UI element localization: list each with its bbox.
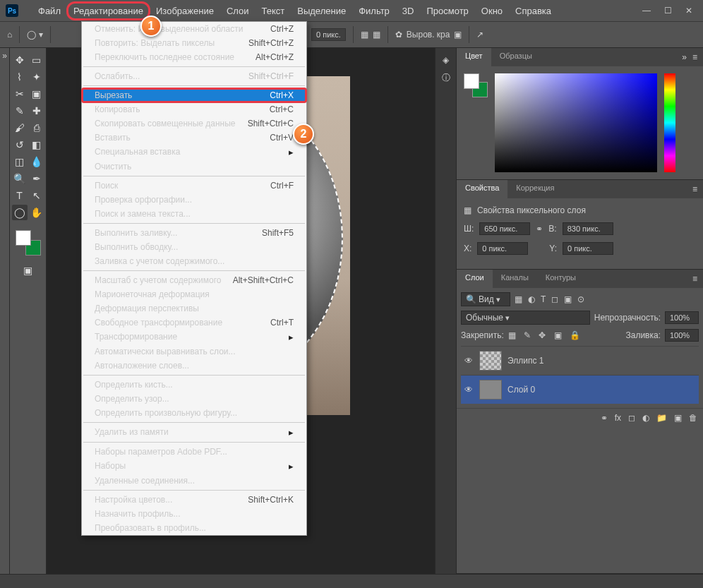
fill-field[interactable]: 100% [665,329,699,342]
visibility-icon[interactable]: 👁 [464,356,474,366]
path-tool-icon[interactable]: ↖ [29,188,44,203]
menu-help[interactable]: Справка [510,3,557,19]
tool-preset-icon[interactable]: ◯ ▾ [27,30,42,40]
menu-item[interactable]: Выполнить обводку... [82,240,306,254]
tab-paths[interactable]: Контуры [537,270,584,288]
group-icon[interactable]: 📁 [656,413,667,423]
height-input[interactable]: 0 пикс. [311,28,346,41]
menu-view[interactable]: Просмотр [421,3,474,19]
width-field[interactable]: 650 пикс. [479,222,530,235]
menu-item[interactable]: Определить кисть... [82,378,306,392]
eyedropper-tool-icon[interactable]: ✎ [12,103,28,119]
left-collapse-strip[interactable]: » [0,48,10,574]
menu-item[interactable]: Назначить профиль... [82,507,306,521]
new-layer-icon[interactable]: ▣ [674,413,682,423]
fg-color-swatch[interactable] [16,230,31,246]
history-brush-icon[interactable]: ↺ [12,137,28,152]
align-label[interactable]: Выров. кра [407,30,450,40]
menu-item[interactable]: Удалить из памяти [82,425,306,440]
menu-edit[interactable]: Редактирование [68,3,149,19]
tab-layers[interactable]: Слои [457,270,493,288]
blur-tool-icon[interactable]: 💧 [29,154,44,169]
move-tool-icon[interactable]: ✥ [12,52,28,68]
info-panel-icon[interactable]: ⓘ [442,72,450,84]
menu-item[interactable]: ВставитьCtrl+V [82,131,306,145]
menu-item[interactable]: КопироватьCtrl+C [82,102,306,116]
mode-icon-2[interactable]: ▦ [373,30,380,40]
menu-window[interactable]: Окно [476,3,508,19]
dodge-tool-icon[interactable]: 🔍 [12,171,28,186]
height-field[interactable]: 830 пикс. [563,222,613,235]
panel-collapse-icon[interactable]: » [682,52,687,62]
heal-tool-icon[interactable]: ✚ [29,103,44,119]
close-icon[interactable]: ✕ [685,6,693,15]
menu-image[interactable]: Изображение [150,3,220,19]
link-icon[interactable]: ⚭ [536,224,543,234]
menu-item[interactable]: Заливка с учетом содержимого... [82,254,306,268]
maximize-icon[interactable]: ☐ [663,6,672,15]
share-icon[interactable]: ↗ [476,30,483,40]
minimize-icon[interactable]: — [642,6,651,15]
adjustment-icon[interactable]: ◐ [642,413,649,423]
trash-icon[interactable]: 🗑 [689,413,697,423]
eraser-tool-icon[interactable]: ◧ [29,137,44,152]
tab-adjustments[interactable]: Коррекция [507,180,563,198]
menu-item[interactable]: Преобразовать в профиль... [82,521,306,535]
menu-item[interactable]: Очистить [82,160,306,174]
layer-row[interactable]: 👁 Слой 0 [461,375,699,404]
menu-item[interactable]: Настройка цветов...Shift+Ctrl+K [82,493,306,507]
menu-item[interactable]: Переключить последнее состояниеAlt+Ctrl+… [82,50,306,64]
menu-type[interactable]: Текст [256,3,291,19]
menu-item[interactable]: Масштаб с учетом содержимогоAlt+Shift+Ct… [82,273,306,287]
lock-icons[interactable]: ▦ ✎ ✥ ▣ 🔒 [508,330,583,340]
menu-item[interactable]: Специальная вставка [82,145,306,160]
menu-item[interactable]: Наборы [82,459,306,474]
menu-item[interactable]: Наборы параметров Adobe PDF... [82,445,306,459]
quickmask-icon[interactable]: ▣ [20,263,36,278]
menu-item[interactable]: Поиск и замена текста... [82,207,306,221]
menu-item[interactable]: Трансформирование [82,330,306,344]
filter-type-icon[interactable]: T [541,294,546,304]
hue-slider[interactable] [664,73,675,172]
layer-filter[interactable]: 🔍 Вид ▾ [461,292,510,306]
menu-item[interactable]: Свободное трансформированиеCtrl+T [82,316,306,330]
menu-item[interactable]: Определить узор... [82,392,306,406]
y-field[interactable]: 0 пикс. [563,242,613,255]
gradient-tool-icon[interactable]: ◫ [12,154,28,169]
menu-item[interactable]: Выполнить заливку...Shift+F5 [82,226,306,240]
menu-layer[interactable]: Слои [221,3,255,19]
color-swatches[interactable] [16,230,41,256]
menu-item[interactable]: ВырезатьCtrl+X [82,88,306,102]
layer-row[interactable]: 👁 Эллипс 1 [461,346,699,375]
menu-item[interactable]: Отменить: Инст. выделенной областиCtrl+Z [82,22,306,36]
tab-properties[interactable]: Свойства [457,180,507,198]
lasso-tool-icon[interactable]: ⌇ [12,69,28,85]
filter-smart-icon[interactable]: ▣ [564,294,572,304]
link-layers-icon[interactable]: ⚭ [601,413,608,423]
visibility-icon[interactable]: 👁 [464,385,474,395]
pen-tool-icon[interactable]: ✒ [29,171,44,186]
crop-tool-icon[interactable]: ✂ [12,86,28,102]
menu-item[interactable]: Скопировать совмещенные данныеShift+Ctrl… [82,116,306,131]
color-swatch-pair[interactable] [464,73,488,97]
tab-color[interactable]: Цвет [457,48,491,66]
blend-mode-select[interactable]: Обычные ▾ [461,311,590,325]
x-field[interactable]: 0 пикс. [477,242,528,255]
hand-tool-icon[interactable]: ✋ [29,205,44,220]
menu-item[interactable]: Марионеточная деформация [82,287,306,301]
menu-item[interactable]: ПоискCtrl+F [82,179,306,193]
history-panel-icon[interactable]: ◈ [443,55,449,65]
stamp-tool-icon[interactable]: ⎙ [29,120,44,136]
fx-icon[interactable]: fx [615,413,621,423]
home-icon[interactable]: ⌂ [7,30,12,40]
filter-toggle-icon[interactable]: ⊙ [577,294,584,304]
ellipse-tool-icon[interactable]: ◯ [12,205,28,220]
menu-filter[interactable]: Фильтр [353,3,395,19]
color-field[interactable] [495,73,657,172]
type-tool-icon[interactable]: T [12,188,28,203]
mask-icon[interactable]: ◻ [628,413,635,423]
gear-icon[interactable]: ✿ [395,30,402,40]
panel-menu-icon[interactable]: ≡ [692,274,697,284]
frame-tool-icon[interactable]: ▣ [29,86,44,102]
tab-channels[interactable]: Каналы [493,270,537,288]
